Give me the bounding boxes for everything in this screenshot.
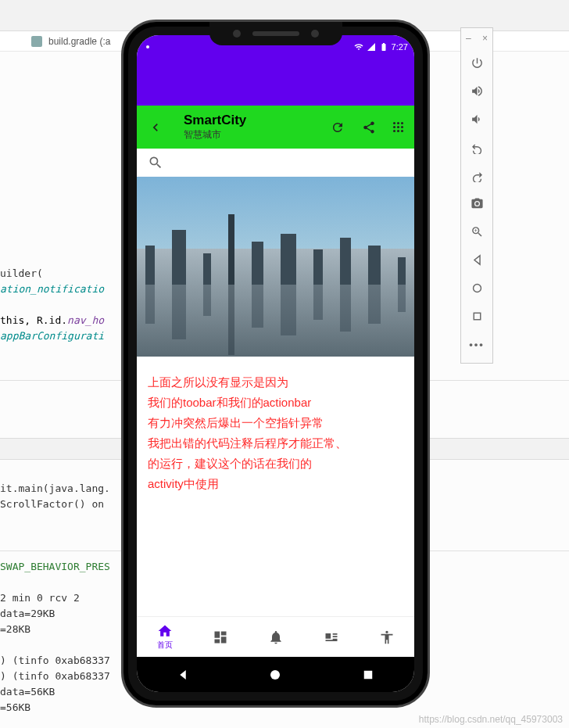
sys-overview-icon[interactable] (361, 668, 375, 682)
share-icon[interactable] (362, 120, 376, 134)
sys-home-icon[interactable] (268, 668, 282, 682)
sys-back-icon[interactable] (176, 668, 190, 682)
app-toolbar: SmartCity 智慧城市 (137, 106, 414, 149)
zoom-button[interactable] (461, 217, 492, 246)
overflow-icon[interactable] (393, 122, 403, 132)
news-icon (324, 629, 339, 645)
watermark: https://blog.csdn.net/qq_45973003 (419, 714, 563, 725)
emu-back-button[interactable] (461, 246, 492, 274)
nav-news[interactable] (303, 617, 359, 657)
svg-point-0 (146, 45, 149, 48)
volume-up-button[interactable] (461, 77, 492, 105)
nav-notifications[interactable] (248, 617, 303, 657)
search-icon (148, 155, 163, 170)
nav-dashboard[interactable] (192, 617, 248, 657)
toolbar-title: SmartCity (184, 113, 323, 128)
emu-more-button[interactable]: ••• (461, 330, 492, 358)
code-snippet-1: uilder( ation_notificatio this, R.id.nav… (0, 266, 104, 344)
rotate-left-button[interactable] (461, 133, 492, 161)
svg-rect-4 (474, 313, 481, 320)
wifi-icon (354, 42, 363, 52)
ide-tab[interactable]: build.gradle (:a (48, 36, 110, 47)
rotate-right-button[interactable] (461, 161, 492, 189)
refresh-icon[interactable] (331, 120, 345, 134)
nav-accessibility[interactable] (359, 617, 414, 657)
notification-dot-icon (143, 42, 152, 52)
dashboard-icon (213, 629, 228, 645)
signal-icon (367, 42, 376, 52)
power-button[interactable] (461, 48, 492, 77)
actionbar-area (137, 59, 414, 106)
gradle-icon (31, 36, 42, 47)
camera-button[interactable] (461, 189, 492, 217)
banner-image (137, 177, 414, 357)
accessibility-icon (379, 629, 395, 645)
svg-rect-2 (364, 670, 373, 679)
emu-overview-button[interactable] (461, 302, 492, 330)
back-icon[interactable] (148, 120, 163, 135)
close-icon[interactable]: × (482, 33, 488, 44)
emulator-toolbar: – × ••• (460, 27, 493, 364)
home-icon (157, 623, 173, 639)
toolbar-subtitle: 智慧城市 (184, 128, 323, 142)
bell-icon (268, 629, 284, 645)
emu-home-button[interactable] (461, 274, 492, 302)
status-time: 7:27 (392, 42, 408, 52)
svg-point-1 (270, 670, 280, 680)
phone-notch (209, 22, 342, 45)
phone-screen: 7:27 SmartCity 智慧城市 上面之所以没有显示是因为 我们的toob… (137, 35, 414, 692)
phone-frame: 7:27 SmartCity 智慧城市 上面之所以没有显示是因为 我们的toob… (121, 20, 430, 708)
search-row[interactable] (137, 149, 414, 177)
nav-home[interactable]: 首页 (137, 617, 192, 657)
annotation-text: 上面之所以没有显示是因为 我们的toobar和我们的actionbar 有力冲突… (137, 357, 414, 616)
bottom-nav: 首页 (137, 616, 414, 657)
svg-point-3 (473, 284, 481, 292)
system-nav (137, 657, 414, 692)
code-snippet-2: it.main(java.lang. ScrollFactor() on (0, 481, 110, 512)
battery-icon (379, 42, 388, 52)
code-snippet-3: SWAP_BEHAVIOR_PRES 2 min 0 rcv 2 data=29… (0, 559, 110, 715)
minimize-icon[interactable]: – (466, 33, 471, 44)
volume-down-button[interactable] (461, 105, 492, 133)
